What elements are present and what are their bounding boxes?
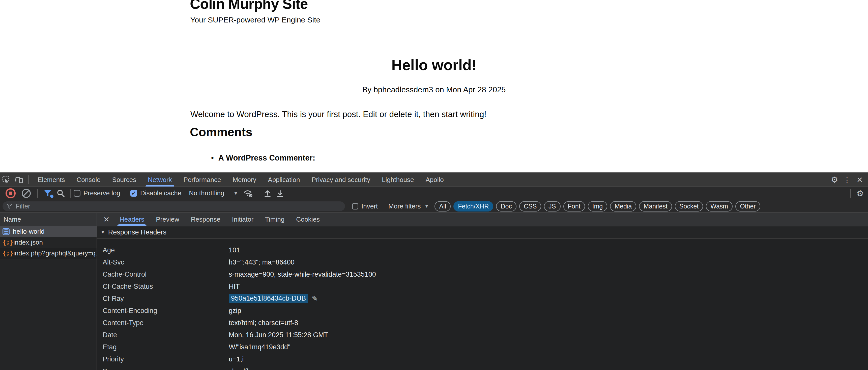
detail-tab-response[interactable]: Response [185,213,226,226]
tab-performance[interactable]: Performance [178,173,227,187]
name-column-header[interactable]: Name [0,213,97,226]
toggle-device-toolbar-icon[interactable] [12,174,25,186]
disable-cache-checkbox[interactable]: ✓ [130,190,137,197]
response-headers-section-toggle[interactable]: ▼ Response Headers [97,226,868,238]
request-row-hello-world[interactable]: hello-world [0,226,97,237]
tab-network[interactable]: Network [142,173,178,187]
document-icon [2,228,9,235]
header-name: Alt-Svc [103,258,229,266]
tab-lighthouse[interactable]: Lighthouse [376,173,420,187]
site-tagline: Your SUPER-powered WP Engine Site [190,16,320,24]
import-har-icon[interactable] [261,188,274,199]
filter-input-pill[interactable] [2,201,345,211]
tab-elements[interactable]: Elements [32,173,71,187]
detail-tab-headers[interactable]: Headers [114,213,150,226]
tab-application[interactable]: Application [262,173,306,187]
detail-tab-preview[interactable]: Preview [150,213,185,226]
disable-cache-label: Disable cache [140,189,181,197]
tab-console[interactable]: Console [71,173,106,187]
post-body: Welcome to WordPress. This is your first… [190,110,487,119]
header-name: Age [103,246,229,254]
response-header-row-cf-cache-status: Cf-Cache-StatusHIT [97,280,868,292]
invert-checkbox[interactable] [352,203,358,209]
request-row-index-json[interactable]: {;}index.json [0,237,97,248]
commenter-name: A WordPress Commenter: [218,153,315,163]
close-devtools-icon[interactable]: ✕ [854,174,866,186]
filter-input[interactable] [15,202,341,210]
detail-tab-cookies[interactable]: Cookies [290,213,326,226]
chip-fetch-xhr[interactable]: Fetch/XHR [454,201,493,211]
header-name: Cf-Ray [103,295,229,303]
export-har-icon[interactable] [274,188,286,199]
inspect-element-icon[interactable] [0,174,12,186]
throttling-select[interactable]: No throttling ▼ [189,189,238,197]
triangle-down-icon: ▼ [101,230,105,235]
preserve-log-checkbox[interactable] [74,190,81,197]
header-value: u=1,i [229,355,244,363]
search-icon[interactable] [55,188,67,199]
detail-tab-initiator[interactable]: Initiator [226,213,259,226]
comment-list-item: • A WordPress Commenter: [211,153,315,163]
filter-funnel-icon[interactable] [44,190,52,197]
wordpress-page: Colin Murphy Site Your SUPER-powered WP … [190,0,678,172]
network-conditions-icon[interactable] [242,188,255,199]
selected-header-value[interactable]: 950a1e51f86434cb-DUB [229,294,308,303]
chip-css[interactable]: CSS [519,201,541,211]
chip-img[interactable]: Img [588,201,608,211]
chip-media[interactable]: Media [610,201,636,211]
chip-manifest[interactable]: Manifest [639,201,672,211]
json-braces-icon: {;} [2,250,10,257]
header-name: Cf-Cache-Status [103,283,229,290]
browser-viewport: Colin Murphy Site Your SUPER-powered WP … [0,0,868,172]
more-filters-button[interactable]: More filters ▼ [389,202,429,210]
divider [258,189,258,198]
response-header-row-age: Age101 [97,244,868,256]
tab-privacy-and-security[interactable]: Privacy and security [306,173,376,187]
chevron-down-icon: ▼ [233,191,238,196]
divider [28,175,29,184]
throttling-value: No throttling [189,189,224,197]
response-header-row-alt-svc: Alt-Svch3=":443"; ma=86400 [97,256,868,268]
comments-heading: Comments [190,125,252,139]
filter-active-dot [50,195,54,198]
request-list-panel: Name hello-world{;}index.json{;}index.ph… [0,213,97,370]
header-name: Cache-Control [103,271,229,278]
divider [850,189,851,198]
settings-gear-icon[interactable]: ⚙ [828,174,841,186]
tab-apollo[interactable]: Apollo [420,173,450,187]
record-network-log-icon[interactable] [5,188,16,198]
chip-other[interactable]: Other [735,201,760,211]
divider [70,189,71,198]
chip-font[interactable]: Font [563,201,585,211]
more-filters-label: More filters [389,202,421,210]
tab-sources[interactable]: Sources [106,173,142,187]
detail-tab-timing[interactable]: Timing [259,213,290,226]
chip-wasm[interactable]: Wasm [706,201,733,211]
chip-doc[interactable]: Doc [496,201,516,211]
kebab-menu-icon[interactable]: ⋮ [841,174,854,186]
site-title: Colin Murphy Site [190,0,308,12]
header-value: cloudflare [229,368,258,370]
response-header-row-etag: EtagW/"isa1mq419e3dd" [97,341,868,353]
response-header-row-server: Servercloudflare [97,365,868,370]
divider [37,189,38,198]
clear-network-log-icon[interactable] [22,189,31,198]
devtools-tab-bar-right: ⚙ ⋮ ✕ [822,174,868,186]
header-name: Etag [103,343,229,351]
edit-pencil-icon[interactable]: ✎ [312,294,318,303]
network-toolbar: Preserve log ✓ Disable cache No throttli… [0,187,868,200]
chip-socket[interactable]: Socket [675,201,703,211]
post-title: Hello world! [190,57,678,74]
network-settings-gear-icon[interactable]: ⚙ [854,188,867,199]
close-detail-icon[interactable]: ✕ [99,213,114,226]
chevron-down-icon: ▼ [425,203,429,209]
header-name: Content-Type [103,319,229,327]
chip-js[interactable]: JS [544,201,560,211]
section-title: Response Headers [108,228,166,236]
response-header-row-cache-control: Cache-Controls-maxage=900, stale-while-r… [97,268,868,280]
header-name: Content-Encoding [103,307,229,315]
tab-memory[interactable]: Memory [227,173,262,187]
response-header-row-cf-ray: Cf-Ray950a1e51f86434cb-DUB✎ [97,292,868,305]
chip-all[interactable]: All [434,201,451,211]
request-row-index-php-graphql-query-q[interactable]: {;}index.php?graphql&query=q… [0,248,97,259]
